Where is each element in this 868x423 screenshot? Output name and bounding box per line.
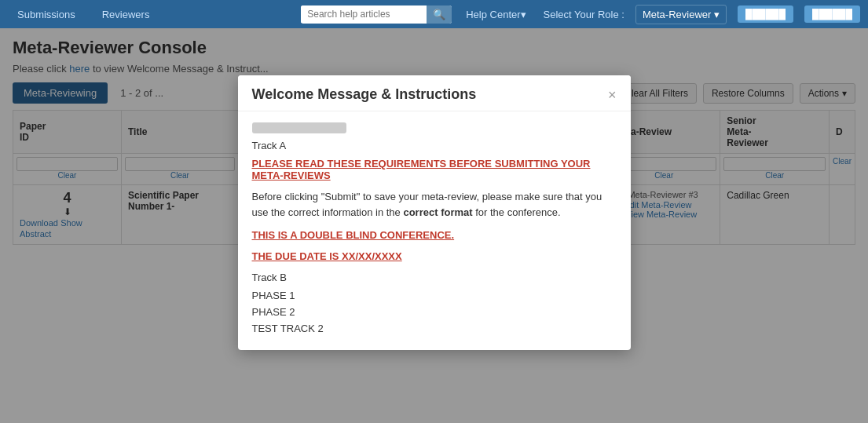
welcome-modal: Welcome Message & Instructions × Track A… — [238, 75, 631, 350]
modal-red-section: THIS IS A DOUBLE BLIND CONFERENCE. THE D… — [252, 229, 617, 262]
help-center-nav[interactable]: Help Center▾ — [460, 9, 532, 20]
user-button-1[interactable]: ██████ — [738, 5, 793, 23]
search-input[interactable] — [301, 5, 427, 23]
modal-requirements-link[interactable]: PLEASE READ THESE REQUIREMENTS BEFORE SU… — [252, 158, 617, 181]
reviewers-nav[interactable]: Reviewers — [93, 2, 159, 27]
modal-close-button[interactable]: × — [608, 88, 617, 102]
modal-test-track2: TEST TRACK 2 — [252, 323, 617, 334]
modal-blurred-bar — [252, 122, 346, 133]
modal-text-post: for the conference. — [473, 206, 561, 218]
modal-overlay: Welcome Message & Instructions × Track A… — [0, 28, 868, 423]
modal-due-date-text: THE DUE DATE IS XX/XX/XXXX — [252, 250, 617, 262]
modal-text-bold: correct format — [403, 206, 472, 218]
modal-title: Welcome Message & Instructions — [252, 86, 477, 103]
modal-phase2: PHASE 2 — [252, 306, 617, 318]
modal-double-blind-text: THIS IS A DOUBLE BLIND CONFERENCE. — [252, 229, 617, 241]
page-content: Meta-Reviewer Console Please click here … — [0, 28, 868, 423]
select-role-label: Select Your Role : — [540, 9, 628, 20]
user-button-2[interactable]: ██████ — [804, 5, 860, 23]
modal-track-a: Track A — [252, 140, 617, 151]
navbar: Submissions Reviewers 🔍 Help Center▾ Sel… — [0, 0, 868, 28]
meta-reviewer-dropdown[interactable]: Meta-Reviewer ▾ — [635, 5, 727, 24]
modal-phase1: PHASE 1 — [252, 290, 617, 301]
modal-body-text: Before clicking "Submit" to save your me… — [252, 189, 617, 220]
modal-body: Track A PLEASE READ THESE REQUIREMENTS B… — [238, 111, 631, 350]
submissions-nav[interactable]: Submissions — [8, 2, 85, 27]
modal-header: Welcome Message & Instructions × — [238, 75, 631, 111]
search-container: 🔍 — [301, 5, 452, 24]
search-button[interactable]: 🔍 — [427, 5, 452, 24]
modal-track-b: Track B — [252, 272, 617, 283]
